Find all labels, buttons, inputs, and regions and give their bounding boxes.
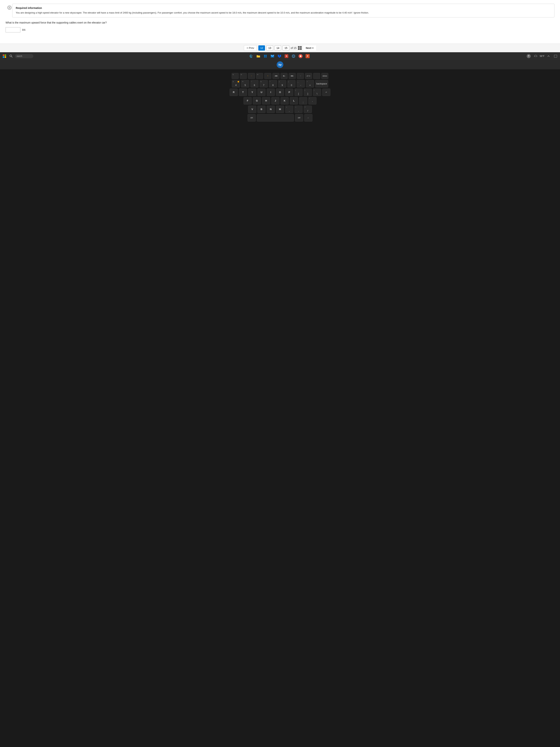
key-slash[interactable]: ? / — [304, 106, 312, 113]
key-f4[interactable]: f4 — [256, 73, 263, 79]
key-0[interactable]: ) 0 — [287, 80, 296, 87]
key-o[interactable]: O — [276, 88, 284, 96]
search-button[interactable] — [8, 53, 14, 59]
key-m[interactable]: M — [276, 106, 284, 113]
page-14[interactable]: 14 — [275, 45, 281, 51]
temperature-display: 56°F — [540, 55, 544, 57]
show-desktop-button[interactable] — [553, 53, 559, 59]
key-6[interactable]: ^ 6 — [250, 80, 259, 87]
taskbar-icons: S P — [34, 53, 525, 59]
key-9[interactable]: ( 9 — [278, 80, 286, 87]
scratch-icon-button[interactable]: S — [284, 53, 289, 59]
next-button[interactable]: Next > — [303, 45, 316, 51]
key-period[interactable]: > . — [294, 106, 302, 113]
info-box-header: Required information — [16, 6, 551, 9]
key-delete[interactable]: delete — [321, 73, 328, 79]
key-f11[interactable] — [313, 73, 320, 79]
number-key-row: $ 4 % 5 ^ 6 & 7 * 8 ( 9 — [197, 80, 363, 87]
key-7[interactable]: & 7 — [260, 80, 268, 87]
key-open-bracket[interactable]: { [ — [294, 88, 302, 96]
grid-cell-2 — [300, 46, 302, 48]
key-n[interactable]: N — [267, 106, 275, 113]
key-arrow-left[interactable]: ← — [304, 114, 313, 122]
photo-icon-button[interactable] — [298, 53, 303, 59]
key-f9[interactable]: → — [297, 73, 304, 79]
key-f10[interactable]: prt sc — [305, 73, 312, 79]
page-15[interactable]: 15 — [283, 45, 289, 51]
key-equals[interactable]: + = — [306, 80, 314, 87]
key-5[interactable]: % 5 — [241, 80, 249, 87]
key-comma[interactable]: < , — [285, 106, 293, 113]
svg-point-4 — [10, 55, 12, 57]
dropbox-icon-button[interactable] — [276, 53, 283, 59]
prev-button[interactable]: < Prev — [244, 45, 257, 51]
key-g[interactable]: G — [253, 97, 261, 104]
key-8[interactable]: * 8 — [269, 80, 277, 87]
info-box: Required information You are designing a… — [12, 4, 555, 18]
key-r[interactable]: R — [230, 88, 238, 96]
key-4[interactable]: $ 4 — [232, 80, 240, 87]
key-backslash[interactable]: | \ — [313, 88, 321, 96]
help-icon-button[interactable]: ? — [526, 53, 532, 59]
taskbar-search[interactable]: earch — [15, 54, 33, 58]
start-button[interactable] — [1, 53, 7, 59]
key-f1[interactable]: f1 — [232, 73, 239, 79]
pagination-bar: < Prev 12 13 14 15 of 15 Next > — [0, 44, 560, 52]
answer-input[interactable] — [5, 27, 20, 32]
svg-rect-3 — [5, 56, 6, 58]
key-h[interactable]: H — [262, 97, 270, 104]
windows-icon — [3, 54, 6, 58]
zxcv-key-row: V B N M < , > . ? / — [197, 106, 363, 113]
page-13[interactable]: 13 — [266, 45, 273, 51]
desktop-icon — [554, 55, 557, 57]
key-v[interactable]: V — [248, 106, 256, 113]
folder-icon-button[interactable] — [256, 53, 261, 59]
key-semicolon[interactable]: : ; — [299, 97, 307, 104]
key-space[interactable] — [257, 114, 294, 122]
svg-rect-1 — [5, 54, 6, 56]
chevron-up-icon-button[interactable] — [545, 53, 552, 59]
key-close-bracket[interactable]: } ] — [304, 88, 312, 96]
key-j[interactable]: J — [271, 97, 279, 104]
key-b[interactable]: B — [258, 106, 266, 113]
bottom-key-row: ctrl ctrl ← — [197, 114, 363, 122]
key-l[interactable]: L — [290, 97, 298, 104]
key-u[interactable]: U — [258, 88, 266, 96]
svg-rect-2 — [3, 56, 4, 58]
info-box-text: You are designing a high-speed elevator … — [16, 11, 551, 15]
question-text: What is the maximum upward force that th… — [5, 21, 555, 25]
browser-icon-button[interactable] — [291, 53, 296, 59]
key-k[interactable]: K — [281, 97, 289, 104]
key-ctrl-right[interactable]: ctrl — [295, 114, 303, 122]
chevron-up-icon — [548, 55, 550, 57]
system-tray: ? 56°F — [526, 53, 559, 59]
key-i[interactable]: I — [267, 88, 275, 96]
key-minus[interactable]: _ - — [297, 80, 305, 87]
network-icon-button[interactable] — [533, 53, 539, 59]
grid-icon[interactable] — [298, 46, 302, 50]
key-backspace[interactable]: backspace — [315, 80, 328, 87]
key-f3[interactable]: ← — [248, 73, 255, 79]
store-icon-button[interactable] — [262, 53, 268, 59]
key-f2[interactable]: f2 — [240, 73, 247, 79]
key-f7[interactable]: ▶|| — [281, 73, 288, 79]
edge-icon — [249, 54, 253, 58]
key-f6[interactable]: |◀◀ — [272, 73, 279, 79]
key-quote[interactable]: " ' — [308, 97, 317, 104]
grid-cell-3 — [298, 48, 300, 50]
key-ctrl-left[interactable]: ctrl — [247, 114, 256, 122]
page-12[interactable]: 12 — [258, 45, 265, 51]
edge-icon-button[interactable] — [248, 53, 254, 59]
screen: ! Required information You are designing… — [0, 0, 560, 69]
of-text: of 15 — [291, 47, 296, 49]
key-f8[interactable]: ▶▶| — [289, 73, 296, 79]
mail-icon-button[interactable] — [269, 53, 275, 59]
key-t[interactable]: T — [239, 88, 247, 96]
key-f5[interactable]: + — [264, 73, 271, 79]
key-enter[interactable]: ↵ — [322, 88, 330, 96]
search-text: earch — [17, 55, 22, 57]
powerpoint-icon-button[interactable]: P — [304, 53, 311, 59]
key-y[interactable]: Y — [248, 88, 256, 96]
key-f[interactable]: F — [243, 97, 252, 104]
key-p[interactable]: P — [285, 88, 293, 96]
